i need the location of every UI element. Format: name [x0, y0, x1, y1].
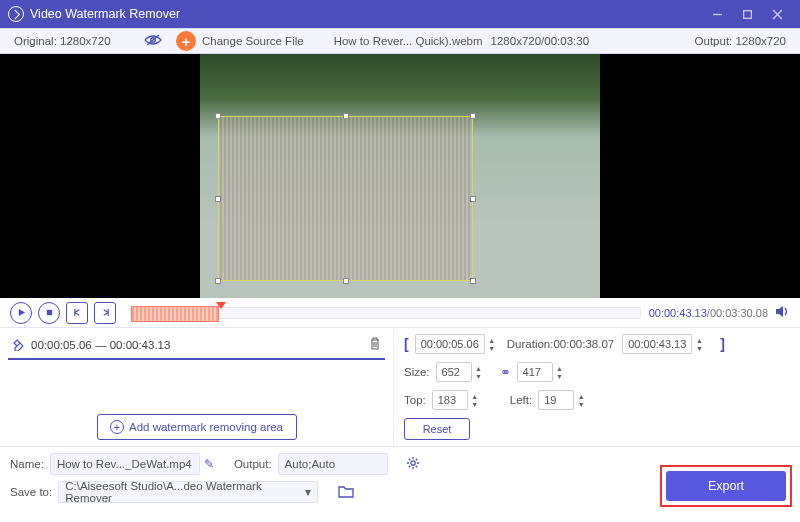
save-to-label: Save to:: [10, 486, 52, 498]
top-label: Top:: [404, 394, 426, 406]
source-filename: How to Rever... Quick).webm: [334, 35, 483, 47]
eraser-icon: [12, 338, 25, 353]
spin-up[interactable]: ▲: [487, 336, 497, 344]
resize-handle[interactable]: [470, 278, 476, 284]
svg-rect-7: [46, 310, 51, 315]
add-source-icon[interactable]: +: [176, 31, 196, 51]
browse-folder-icon[interactable]: [338, 485, 354, 500]
mark-out-button[interactable]: [94, 302, 116, 324]
spin-down[interactable]: ▼: [576, 400, 586, 408]
bracket-end-icon[interactable]: ]: [720, 336, 725, 352]
svg-point-9: [410, 461, 414, 465]
reset-button[interactable]: Reset: [404, 418, 470, 440]
name-label: Name:: [10, 458, 44, 470]
plus-icon: +: [110, 420, 124, 434]
top-input[interactable]: 183: [432, 390, 468, 410]
resize-handle[interactable]: [215, 196, 221, 202]
svg-marker-6: [18, 309, 24, 316]
output-name-field[interactable]: How to Rev..._DeWat.mp4: [50, 453, 200, 475]
titlebar: Video Watermark Remover: [0, 0, 800, 28]
spin-up[interactable]: ▲: [555, 364, 565, 372]
svg-rect-1: [743, 10, 751, 18]
save-path-field[interactable]: C:\Aiseesoft Studio\A...deo Watermark Re…: [58, 481, 318, 503]
spin-down[interactable]: ▼: [487, 344, 497, 352]
height-input[interactable]: 417: [517, 362, 553, 382]
svg-marker-8: [776, 306, 783, 317]
chevron-down-icon: ▾: [305, 485, 311, 499]
output-dimensions-label: Output: 1280x720: [695, 35, 786, 47]
video-stage: [0, 54, 800, 298]
play-button[interactable]: [10, 302, 32, 324]
settings-icon[interactable]: [406, 456, 420, 472]
change-source-button[interactable]: Change Source File: [202, 35, 304, 47]
delete-segment-icon[interactable]: [369, 337, 381, 353]
spin-up[interactable]: ▲: [694, 336, 704, 344]
stop-button[interactable]: [38, 302, 60, 324]
output-format-field[interactable]: Auto;Auto: [278, 453, 388, 475]
link-aspect-icon[interactable]: ⚭: [500, 365, 511, 380]
original-dimensions-label: Original: 1280x720: [14, 35, 111, 47]
left-input[interactable]: 19: [538, 390, 574, 410]
duration-label: Duration:00:00:38.07: [507, 338, 614, 350]
spin-down[interactable]: ▼: [470, 400, 480, 408]
segment-row[interactable]: 00:00:05.06 — 00:00:43.13: [8, 332, 385, 360]
export-button[interactable]: Export: [666, 471, 786, 501]
resize-handle[interactable]: [215, 278, 221, 284]
maximize-button[interactable]: [732, 4, 762, 24]
output-label: Output:: [234, 458, 272, 470]
source-dimensions: 1280x720/00:03:30: [491, 35, 589, 47]
resize-handle[interactable]: [470, 196, 476, 202]
add-watermark-area-button[interactable]: + Add watermark removing area: [97, 414, 297, 440]
edit-name-icon[interactable]: ✎: [204, 457, 214, 471]
resize-handle[interactable]: [215, 113, 221, 119]
start-time-input[interactable]: 00:00:05.06: [415, 334, 485, 354]
spin-down[interactable]: ▼: [474, 372, 484, 380]
size-label: Size:: [404, 366, 430, 378]
toolbar: Original: 1280x720 + Change Source File …: [0, 28, 800, 54]
app-title: Video Watermark Remover: [30, 7, 180, 21]
volume-icon[interactable]: [775, 304, 790, 322]
segment-range: 00:00:05.06 — 00:00:43.13: [31, 339, 170, 351]
parameters-panel: [ 00:00:05.06▲▼ Duration:00:00:38.07 00:…: [394, 328, 800, 446]
resize-handle[interactable]: [470, 113, 476, 119]
bottom-bar: Name: How to Rev..._DeWat.mp4 ✎ Output: …: [0, 446, 800, 522]
spin-down[interactable]: ▼: [555, 372, 565, 380]
segments-panel: 00:00:05.06 — 00:00:43.13 + Add watermar…: [0, 328, 394, 446]
close-button[interactable]: [762, 4, 792, 24]
watermark-selection[interactable]: [218, 116, 473, 281]
spin-up[interactable]: ▲: [474, 364, 484, 372]
player-controls: 00:00:43.13/00:03:30.08: [0, 298, 800, 328]
spin-down[interactable]: ▼: [694, 344, 704, 352]
resize-handle[interactable]: [343, 113, 349, 119]
timeline-track[interactable]: [130, 307, 641, 319]
minimize-button[interactable]: [702, 4, 732, 24]
end-time-input[interactable]: 00:00:43.13: [622, 334, 692, 354]
spin-up[interactable]: ▲: [576, 392, 586, 400]
width-input[interactable]: 652: [436, 362, 472, 382]
time-display: 00:00:43.13/00:03:30.08: [649, 307, 768, 319]
resize-handle[interactable]: [343, 278, 349, 284]
export-highlight: Export: [660, 465, 792, 507]
preview-toggle-icon[interactable]: [144, 34, 162, 48]
spin-up[interactable]: ▲: [470, 392, 480, 400]
mark-in-button[interactable]: [66, 302, 88, 324]
segment-marker[interactable]: [131, 306, 219, 322]
left-label: Left:: [510, 394, 532, 406]
bracket-start-icon[interactable]: [: [404, 336, 409, 352]
video-preview[interactable]: [200, 54, 600, 298]
playhead[interactable]: [216, 302, 226, 309]
app-logo-icon: [8, 6, 24, 22]
